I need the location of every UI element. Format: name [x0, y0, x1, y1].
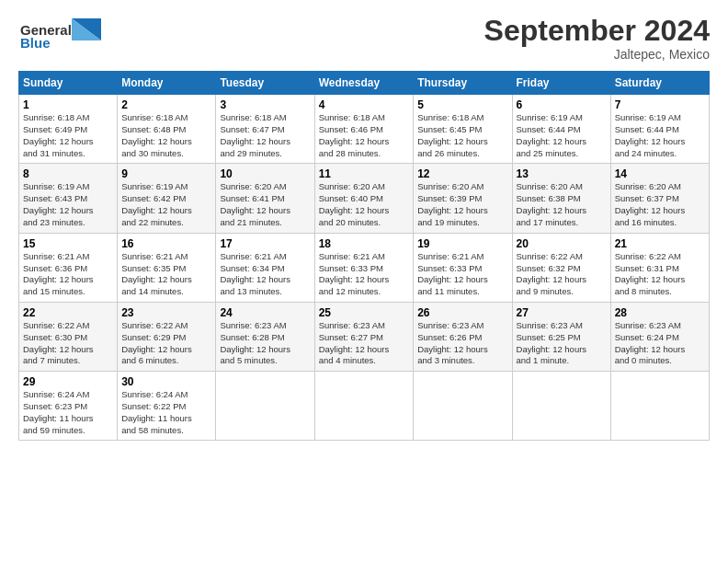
day-info: Sunrise: 6:20 AM Sunset: 6:40 PM Dayligh… — [319, 181, 410, 228]
day-number: 24 — [220, 306, 310, 319]
calendar-cell: 2Sunrise: 6:18 AM Sunset: 6:48 PM Daylig… — [118, 95, 216, 164]
calendar-cell: 26Sunrise: 6:23 AM Sunset: 6:26 PM Dayli… — [414, 302, 512, 371]
page: General Blue September 2024 Jaltepec, Me… — [0, 0, 728, 450]
day-number: 17 — [220, 237, 310, 250]
day-number: 21 — [615, 237, 705, 250]
calendar-cell: 29Sunrise: 6:24 AM Sunset: 6:23 PM Dayli… — [19, 372, 118, 441]
calendar-cell: 10Sunrise: 6:20 AM Sunset: 6:41 PM Dayli… — [216, 164, 314, 233]
calendar-table: SundayMondayTuesdayWednesdayThursdayFrid… — [18, 71, 710, 441]
weekday-header: Saturday — [610, 72, 709, 95]
weekday-header: Friday — [512, 72, 610, 95]
calendar-cell: 28Sunrise: 6:23 AM Sunset: 6:24 PM Dayli… — [610, 302, 709, 371]
day-number: 14 — [615, 167, 705, 180]
day-info: Sunrise: 6:19 AM Sunset: 6:44 PM Dayligh… — [615, 112, 705, 159]
calendar-cell: 15Sunrise: 6:21 AM Sunset: 6:36 PM Dayli… — [19, 233, 118, 302]
weekday-header: Tuesday — [216, 72, 314, 95]
day-info: Sunrise: 6:22 AM Sunset: 6:29 PM Dayligh… — [121, 320, 211, 367]
day-info: Sunrise: 6:19 AM Sunset: 6:44 PM Dayligh… — [517, 112, 607, 159]
calendar-cell: 22Sunrise: 6:22 AM Sunset: 6:30 PM Dayli… — [19, 302, 118, 371]
location: Jaltepec, Mexico — [484, 47, 710, 62]
calendar-cell: 25Sunrise: 6:23 AM Sunset: 6:27 PM Dayli… — [314, 302, 414, 371]
day-info: Sunrise: 6:22 AM Sunset: 6:31 PM Dayligh… — [615, 251, 705, 298]
day-info: Sunrise: 6:21 AM Sunset: 6:36 PM Dayligh… — [23, 251, 113, 298]
weekday-header: Sunday — [19, 72, 118, 95]
svg-text:Blue: Blue — [20, 35, 51, 51]
calendar-cell: 23Sunrise: 6:22 AM Sunset: 6:29 PM Dayli… — [118, 302, 216, 371]
calendar-cell — [314, 372, 414, 441]
day-number: 12 — [417, 167, 507, 180]
day-info: Sunrise: 6:18 AM Sunset: 6:45 PM Dayligh… — [417, 112, 507, 159]
day-info: Sunrise: 6:23 AM Sunset: 6:27 PM Dayligh… — [319, 320, 410, 367]
day-number: 18 — [319, 237, 410, 250]
calendar-cell: 24Sunrise: 6:23 AM Sunset: 6:28 PM Dayli… — [216, 302, 314, 371]
calendar-week-row: 15Sunrise: 6:21 AM Sunset: 6:36 PM Dayli… — [19, 233, 710, 302]
day-number: 4 — [319, 98, 410, 111]
day-info: Sunrise: 6:24 AM Sunset: 6:22 PM Dayligh… — [121, 389, 211, 436]
calendar-cell: 8Sunrise: 6:19 AM Sunset: 6:43 PM Daylig… — [19, 164, 118, 233]
day-info: Sunrise: 6:19 AM Sunset: 6:42 PM Dayligh… — [121, 181, 211, 228]
calendar-cell: 27Sunrise: 6:23 AM Sunset: 6:25 PM Dayli… — [512, 302, 610, 371]
calendar-cell: 3Sunrise: 6:18 AM Sunset: 6:47 PM Daylig… — [216, 95, 314, 164]
day-number: 2 — [121, 98, 211, 111]
day-info: Sunrise: 6:18 AM Sunset: 6:49 PM Dayligh… — [23, 112, 113, 159]
day-info: Sunrise: 6:20 AM Sunset: 6:37 PM Dayligh… — [615, 181, 705, 228]
day-info: Sunrise: 6:24 AM Sunset: 6:23 PM Dayligh… — [23, 389, 113, 436]
calendar-cell: 12Sunrise: 6:20 AM Sunset: 6:39 PM Dayli… — [414, 164, 512, 233]
calendar-cell: 4Sunrise: 6:18 AM Sunset: 6:46 PM Daylig… — [314, 95, 414, 164]
day-number: 19 — [417, 237, 507, 250]
day-info: Sunrise: 6:23 AM Sunset: 6:25 PM Dayligh… — [517, 320, 607, 367]
calendar-cell: 16Sunrise: 6:21 AM Sunset: 6:35 PM Dayli… — [118, 233, 216, 302]
calendar-cell — [414, 372, 512, 441]
day-number: 10 — [220, 167, 310, 180]
calendar-body: 1Sunrise: 6:18 AM Sunset: 6:49 PM Daylig… — [19, 95, 710, 441]
day-number: 22 — [23, 306, 113, 319]
day-number: 29 — [23, 375, 113, 388]
day-info: Sunrise: 6:18 AM Sunset: 6:48 PM Dayligh… — [121, 112, 211, 159]
calendar-cell: 21Sunrise: 6:22 AM Sunset: 6:31 PM Dayli… — [610, 233, 709, 302]
calendar-week-row: 1Sunrise: 6:18 AM Sunset: 6:49 PM Daylig… — [19, 95, 710, 164]
calendar-cell — [216, 372, 314, 441]
day-number: 1 — [23, 98, 113, 111]
day-number: 9 — [121, 167, 211, 180]
day-number: 8 — [23, 167, 113, 180]
day-info: Sunrise: 6:19 AM Sunset: 6:43 PM Dayligh… — [23, 181, 113, 228]
day-info: Sunrise: 6:23 AM Sunset: 6:26 PM Dayligh… — [417, 320, 507, 367]
calendar-cell: 14Sunrise: 6:20 AM Sunset: 6:37 PM Dayli… — [610, 164, 709, 233]
calendar-cell: 6Sunrise: 6:19 AM Sunset: 6:44 PM Daylig… — [512, 95, 610, 164]
day-info: Sunrise: 6:18 AM Sunset: 6:46 PM Dayligh… — [319, 112, 410, 159]
day-number: 13 — [517, 167, 607, 180]
day-number: 5 — [417, 98, 507, 111]
day-number: 26 — [417, 306, 507, 319]
day-number: 3 — [220, 98, 310, 111]
calendar-cell: 7Sunrise: 6:19 AM Sunset: 6:44 PM Daylig… — [610, 95, 709, 164]
calendar-week-row: 22Sunrise: 6:22 AM Sunset: 6:30 PM Dayli… — [19, 302, 710, 371]
calendar-cell: 19Sunrise: 6:21 AM Sunset: 6:33 PM Dayli… — [414, 233, 512, 302]
day-number: 16 — [121, 237, 211, 250]
calendar-cell: 5Sunrise: 6:18 AM Sunset: 6:45 PM Daylig… — [414, 95, 512, 164]
day-number: 11 — [319, 167, 410, 180]
calendar-cell: 11Sunrise: 6:20 AM Sunset: 6:40 PM Dayli… — [314, 164, 414, 233]
calendar-cell — [512, 372, 610, 441]
day-info: Sunrise: 6:18 AM Sunset: 6:47 PM Dayligh… — [220, 112, 310, 159]
day-number: 6 — [517, 98, 607, 111]
weekday-header: Monday — [118, 72, 216, 95]
day-info: Sunrise: 6:21 AM Sunset: 6:34 PM Dayligh… — [220, 251, 310, 298]
calendar-header: SundayMondayTuesdayWednesdayThursdayFrid… — [19, 72, 710, 95]
calendar-cell: 30Sunrise: 6:24 AM Sunset: 6:22 PM Dayli… — [118, 372, 216, 441]
header-row: SundayMondayTuesdayWednesdayThursdayFrid… — [19, 72, 710, 95]
day-info: Sunrise: 6:22 AM Sunset: 6:32 PM Dayligh… — [517, 251, 607, 298]
day-info: Sunrise: 6:20 AM Sunset: 6:39 PM Dayligh… — [417, 181, 507, 228]
weekday-header: Wednesday — [314, 72, 414, 95]
day-info: Sunrise: 6:23 AM Sunset: 6:24 PM Dayligh… — [615, 320, 705, 367]
title-block: September 2024 Jaltepec, Mexico — [484, 15, 710, 62]
day-number: 30 — [121, 375, 211, 388]
calendar-week-row: 29Sunrise: 6:24 AM Sunset: 6:23 PM Dayli… — [19, 372, 710, 441]
day-number: 15 — [23, 237, 113, 250]
calendar-cell: 17Sunrise: 6:21 AM Sunset: 6:34 PM Dayli… — [216, 233, 314, 302]
month-title: September 2024 — [484, 15, 710, 47]
day-info: Sunrise: 6:20 AM Sunset: 6:38 PM Dayligh… — [517, 181, 607, 228]
header: General Blue September 2024 Jaltepec, Me… — [18, 15, 710, 62]
day-number: 25 — [319, 306, 410, 319]
day-number: 28 — [615, 306, 705, 319]
day-info: Sunrise: 6:23 AM Sunset: 6:28 PM Dayligh… — [220, 320, 310, 367]
